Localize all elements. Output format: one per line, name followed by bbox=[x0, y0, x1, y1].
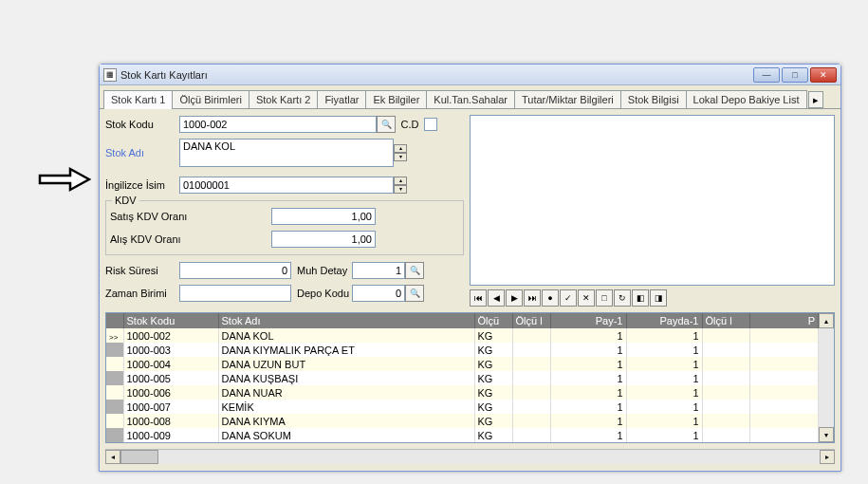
grid-vscroll[interactable]: ▴ ▾ bbox=[819, 313, 834, 442]
nav-next-icon[interactable]: ▶ bbox=[506, 289, 523, 307]
depo-kodu-input[interactable] bbox=[352, 285, 405, 302]
ingilizce-isim-input[interactable] bbox=[179, 177, 394, 194]
scroll-left-icon[interactable]: ◂ bbox=[105, 450, 120, 464]
stok-adi-label: Stok Adı bbox=[105, 147, 179, 158]
table-row[interactable]: 1000-008DANA KIYMAKG11 bbox=[106, 414, 819, 428]
nav-prev-icon[interactable]: ◀ bbox=[488, 289, 505, 307]
tab-lokal-depo[interactable]: Lokal Depo Bakiye List bbox=[686, 90, 807, 108]
tool2-icon[interactable]: ◨ bbox=[650, 289, 667, 307]
arrow-right-icon bbox=[38, 166, 91, 193]
record-icon[interactable]: ● bbox=[542, 289, 559, 307]
minimize-button[interactable]: — bbox=[753, 67, 780, 83]
cd-label: C.D bbox=[396, 119, 424, 130]
kdv-legend: KDV bbox=[112, 195, 139, 206]
tab-bar: Stok Kartı 1 Ölçü Birimleri Stok Kartı 2… bbox=[100, 85, 840, 109]
cd-checkbox[interactable] bbox=[424, 118, 437, 131]
table-row[interactable]: 1000-009DANA SOKUMKG11 bbox=[106, 428, 819, 442]
window-title: Stok Kartı Kayıtları bbox=[120, 69, 753, 81]
col-p[interactable]: P bbox=[749, 313, 819, 328]
satis-kdv-input[interactable] bbox=[271, 208, 376, 225]
stok-adi-input[interactable] bbox=[179, 139, 394, 167]
risk-suresi-input[interactable] bbox=[179, 262, 291, 279]
left-form: Stok Kodu 🔍 C.D Stok Adı ▴▾ İngilizce İs… bbox=[105, 115, 464, 307]
stock-grid: Stok Kodu Stok Adı Ölçü Ölçü l Pay-1 Pay… bbox=[105, 312, 835, 443]
col-pay1[interactable]: Pay-1 bbox=[550, 313, 626, 328]
muh-detay-label: Muh Detay bbox=[291, 265, 352, 276]
image-preview[interactable] bbox=[470, 115, 835, 286]
scroll-down-icon[interactable]: ▾ bbox=[819, 427, 834, 442]
alis-kdv-label: Alış KDV Oranı bbox=[110, 233, 271, 245]
table-row[interactable]: 1000-002DANA KOLKG11 bbox=[106, 328, 819, 343]
app-icon: ▦ bbox=[103, 68, 117, 82]
refresh-icon[interactable]: ↻ bbox=[614, 289, 631, 307]
form-area: Stok Kodu 🔍 C.D Stok Adı ▴▾ İngilizce İs… bbox=[100, 109, 840, 312]
risk-suresi-label: Risk Süresi bbox=[105, 265, 179, 276]
tab-olcu-birimleri[interactable]: Ölçü Birimleri bbox=[172, 90, 249, 108]
tool-icon[interactable]: ◧ bbox=[632, 289, 649, 307]
record-nav-toolbar: ⏮ ◀ ▶ ⏭ ● ✓ ✕ □ ↻ ◧ ◨ bbox=[470, 289, 835, 307]
zaman-birimi-input[interactable] bbox=[179, 285, 291, 302]
ingilizce-isim-label: İngilizce İsim bbox=[105, 179, 179, 191]
col-payda1[interactable]: Payda-1 bbox=[626, 313, 702, 328]
col-stok-kodu[interactable]: Stok Kodu bbox=[123, 313, 218, 328]
tab-stok-karti-2[interactable]: Stok Kartı 2 bbox=[249, 90, 318, 108]
table-row[interactable]: 1000-007KEMİKKG11 bbox=[106, 400, 819, 414]
table-row[interactable]: 1000-005DANA KUŞBAŞIKG11 bbox=[106, 371, 819, 385]
col-olcu[interactable]: Ölçü bbox=[474, 313, 512, 328]
col-stok-adi[interactable]: Stok Adı bbox=[218, 313, 474, 328]
tab-stok-karti-1[interactable]: Stok Kartı 1 bbox=[103, 90, 173, 109]
box-icon[interactable]: □ bbox=[596, 289, 613, 307]
tab-scroll-right[interactable]: ▸ bbox=[808, 91, 823, 108]
titlebar[interactable]: ▦ Stok Kartı Kayıtları — □ ✕ bbox=[100, 65, 840, 85]
stock-card-window: ▦ Stok Kartı Kayıtları — □ ✕ Stok Kartı … bbox=[99, 64, 841, 472]
tab-kul-tan-sahalar[interactable]: Kul.Tan.Sahalar bbox=[426, 90, 515, 108]
muh-lookup-icon[interactable]: 🔍 bbox=[405, 262, 424, 279]
right-pane: ⏮ ◀ ▶ ⏭ ● ✓ ✕ □ ↻ ◧ ◨ bbox=[470, 115, 835, 307]
stok-kodu-label: Stok Kodu bbox=[105, 119, 179, 130]
tab-tutar-miktar[interactable]: Tutar/Miktar Bilgileri bbox=[514, 90, 621, 108]
grid-table[interactable]: Stok Kodu Stok Adı Ölçü Ölçü l Pay-1 Pay… bbox=[106, 313, 819, 442]
lookup-icon[interactable]: 🔍 bbox=[377, 116, 396, 133]
grid-hscroll[interactable]: ◂ ▸ bbox=[105, 449, 835, 464]
depo-kodu-label: Depo Kodu bbox=[291, 288, 352, 299]
maximize-button[interactable]: □ bbox=[782, 67, 808, 83]
check-icon[interactable]: ✓ bbox=[560, 289, 577, 307]
table-row[interactable]: 1000-003DANA KIYMALIK PARÇA ETKG11 bbox=[106, 343, 819, 357]
zaman-birimi-label: Zaman Birimi bbox=[105, 288, 179, 299]
tab-ek-bilgiler[interactable]: Ek Bilgiler bbox=[365, 90, 427, 108]
ing-spinner[interactable]: ▴▾ bbox=[394, 177, 407, 194]
depo-lookup-icon[interactable]: 🔍 bbox=[405, 285, 424, 302]
tab-fiyatlar[interactable]: Fiyatlar bbox=[317, 90, 366, 108]
muh-detay-input[interactable] bbox=[352, 262, 405, 279]
satis-kdv-label: Satış KDV Oranı bbox=[110, 211, 271, 222]
cancel-icon[interactable]: ✕ bbox=[578, 289, 595, 307]
stok-kodu-input[interactable] bbox=[179, 116, 377, 133]
col-olcu3[interactable]: Ölçü l bbox=[702, 313, 749, 328]
nav-last-icon[interactable]: ⏭ bbox=[524, 289, 541, 307]
close-button[interactable]: ✕ bbox=[810, 67, 837, 83]
tab-stok-bilgisi[interactable]: Stok Bilgisi bbox=[620, 90, 687, 108]
table-row[interactable]: 1000-004DANA UZUN BUTKG11 bbox=[106, 357, 819, 371]
scroll-right-icon[interactable]: ▸ bbox=[820, 450, 835, 464]
col-olcu2[interactable]: Ölçü l bbox=[512, 313, 550, 328]
nav-first-icon[interactable]: ⏮ bbox=[470, 289, 487, 307]
alis-kdv-input[interactable] bbox=[271, 231, 376, 248]
scroll-up-icon[interactable]: ▴ bbox=[819, 313, 834, 328]
stok-adi-spinner[interactable]: ▴▾ bbox=[394, 144, 407, 161]
table-row[interactable]: 1000-006DANA NUARKG11 bbox=[106, 385, 819, 400]
kdv-fieldset: KDV Satış KDV Oranı Alış KDV Oranı bbox=[105, 200, 464, 255]
